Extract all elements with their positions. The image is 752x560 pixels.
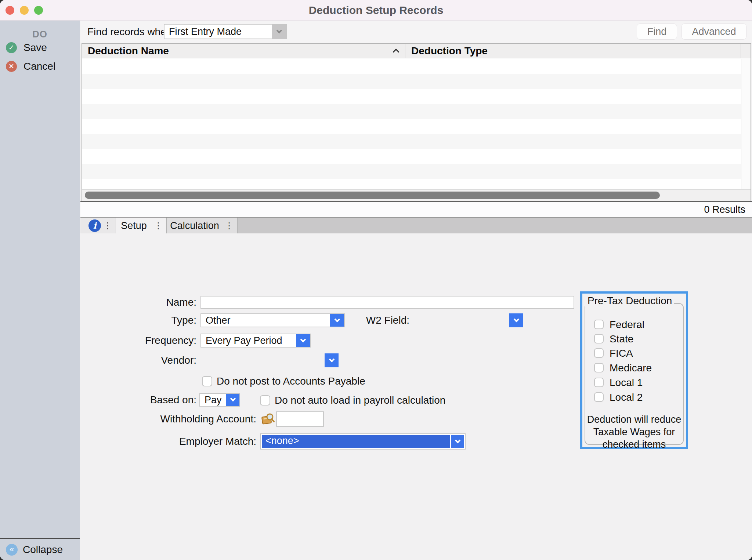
tab-bar: i ⋮ Setup ⋮ Calculation ⋮ [80, 217, 752, 233]
advanced-find-button[interactable]: Advanced Find [682, 23, 746, 40]
x-icon: ✕ [6, 61, 17, 72]
horizontal-scrollbar-thumb[interactable] [85, 192, 660, 199]
pretax-fica-label: FICA [610, 348, 633, 359]
table-row [82, 179, 751, 189]
find-toolbar: Find records where First Entry Made Find… [80, 21, 752, 43]
do-not-post-ap-checkbox[interactable] [202, 376, 212, 386]
do-not-autoload-label: Do not auto load in payroll calculation [275, 395, 445, 406]
pretax-medicare-checkbox[interactable] [594, 363, 604, 372]
name-input[interactable] [200, 296, 574, 309]
pretax-local1-label: Local 1 [610, 377, 643, 388]
table-row [82, 59, 751, 74]
table-row [82, 89, 751, 104]
pretax-state-checkbox[interactable] [594, 334, 604, 343]
chevron-down-icon[interactable] [451, 435, 464, 448]
chevron-down-icon[interactable] [226, 394, 239, 406]
find-where-dropdown[interactable]: First Entry Made [164, 24, 287, 39]
table-row [82, 74, 751, 89]
frequency-dropdown[interactable]: Every Pay Period [200, 334, 311, 348]
app-window: Deduction Setup Records DO ✓ Save ✕ Canc… [0, 0, 752, 560]
sidebar-divider [0, 538, 80, 539]
table-row [82, 164, 751, 179]
chevron-down-icon[interactable] [272, 25, 286, 39]
drag-handle-dots-icon[interactable]: ⋮ [103, 218, 112, 234]
table-body [82, 59, 751, 189]
employer-match-label: Employer Match: [80, 433, 256, 450]
chevron-down-icon [513, 316, 519, 322]
find-button[interactable]: Find [637, 23, 677, 40]
pretax-state-label: State [610, 334, 633, 345]
collapse-button[interactable]: « Collapse [0, 539, 80, 560]
column-header-deduction-type[interactable]: Deduction Type [405, 44, 741, 58]
titlebar: Deduction Setup Records [0, 0, 752, 21]
table-row [82, 149, 751, 164]
check-icon: ✓ [6, 42, 17, 53]
type-label: Type: [80, 313, 196, 327]
collapse-label: Collapse [23, 539, 63, 560]
vendor-label: Vendor: [80, 353, 196, 367]
tab-setup[interactable]: Setup ⋮ [116, 218, 167, 233]
pretax-deduction-group: Pre-Tax Deduction Federal State FICA Med… [580, 291, 688, 449]
results-count: 0 Results [80, 202, 752, 217]
results-table: Deduction Name Deduction Type [82, 43, 751, 201]
sidebar-header: DO [0, 29, 80, 40]
pretax-local2-label: Local 2 [610, 392, 643, 403]
save-button[interactable]: ✓ Save [0, 40, 80, 56]
info-tab-segment[interactable]: i ⋮ [80, 218, 116, 233]
withholding-account-label: Withholding Account: [80, 411, 256, 427]
drag-handle-dots-icon[interactable]: ⋮ [154, 218, 163, 234]
based-on-dropdown[interactable]: Pay [199, 393, 240, 407]
employer-match-dropdown[interactable]: <none> [260, 433, 466, 450]
pretax-local2-checkbox[interactable] [594, 392, 604, 402]
find-where-value: First Entry Made [164, 25, 286, 39]
pretax-fica-checkbox[interactable] [594, 348, 604, 358]
save-label: Save [24, 40, 47, 56]
tab-setup-label: Setup [116, 218, 152, 234]
pretax-local1-checkbox[interactable] [594, 378, 604, 387]
pretax-legend: Pre-Tax Deduction [585, 295, 674, 307]
chevron-down-icon [329, 356, 335, 362]
frequency-value: Every Pay Period [201, 334, 310, 347]
pretax-medicare-label: Medicare [610, 363, 652, 374]
sidebar: DO ✓ Save ✕ Cancel « Collapse [0, 21, 80, 560]
sort-ascending-icon [393, 48, 399, 55]
info-icon[interactable]: i [88, 219, 101, 232]
account-lookup-icon[interactable] [261, 412, 275, 426]
scrollbar-corner [741, 44, 751, 58]
name-label: Name: [80, 296, 196, 309]
w2-field-dropdown[interactable] [509, 313, 523, 327]
pretax-federal-label: Federal [610, 319, 644, 330]
setup-form: Name: Type: Other W2 Field: Frequency: E… [80, 233, 752, 560]
cancel-button[interactable]: ✕ Cancel [0, 58, 80, 74]
main-panel: Find records where First Entry Made Find… [80, 21, 752, 560]
vertical-scrollbar[interactable] [741, 59, 751, 189]
vendor-dropdown[interactable] [325, 353, 339, 367]
table-row [82, 119, 751, 134]
drag-handle-dots-icon[interactable]: ⋮ [225, 218, 234, 234]
window-title: Deduction Setup Records [0, 0, 752, 21]
find-where-label: Find records where [87, 21, 176, 43]
pretax-note: Deduction will reduce Taxable Wages for … [582, 413, 686, 451]
collapse-chevrons-icon: « [6, 544, 18, 556]
employer-match-value: <none> [262, 435, 450, 448]
table-header-row: Deduction Name Deduction Type [82, 44, 751, 58]
horizontal-scrollbar[interactable] [82, 189, 751, 201]
w2-field-label: W2 Field: [293, 313, 409, 327]
tab-calculation[interactable]: Calculation ⋮ [167, 218, 238, 233]
column-header-deduction-name[interactable]: Deduction Name [82, 44, 405, 58]
tab-calculation-label: Calculation [167, 218, 223, 234]
cancel-label: Cancel [24, 58, 55, 74]
pretax-federal-checkbox[interactable] [594, 320, 604, 329]
withholding-account-input[interactable] [276, 411, 324, 427]
chevron-down-icon[interactable] [296, 334, 310, 347]
do-not-autoload-checkbox[interactable] [260, 395, 270, 406]
table-row [82, 134, 751, 149]
frequency-label: Frequency: [80, 334, 196, 348]
do-not-post-ap-label: Do not post to Accounts Payable [217, 376, 365, 386]
based-on-label: Based on: [80, 393, 196, 407]
table-row [82, 104, 751, 119]
